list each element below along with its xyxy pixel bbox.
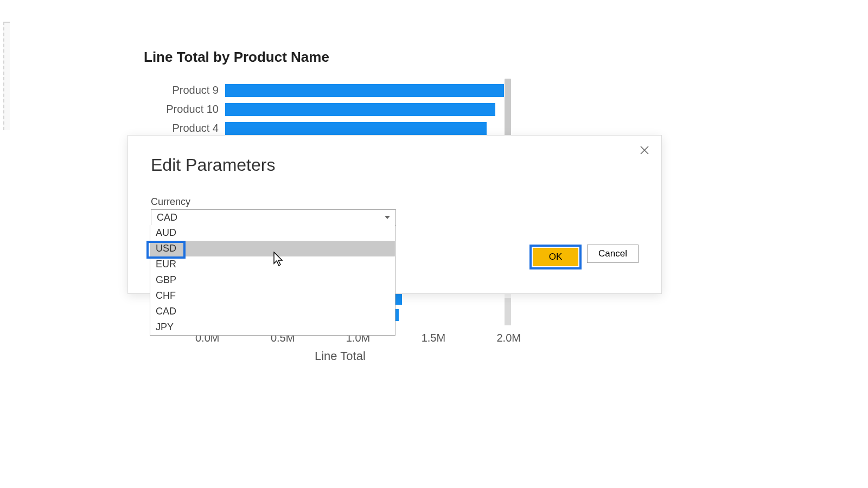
- ok-button[interactable]: OK: [533, 248, 578, 266]
- dropdown-option-jpy[interactable]: JPY: [150, 319, 395, 335]
- dropdown-option-aud[interactable]: AUD: [150, 225, 395, 241]
- bar-label: Product 4: [144, 122, 225, 134]
- scrollbar-track-end: [505, 298, 511, 325]
- ok-highlight: OK: [529, 245, 582, 269]
- dropdown-option-chf[interactable]: CHF: [150, 288, 395, 304]
- chart-plot-area: Product 9 Product 10 Product 4: [144, 81, 513, 138]
- chart-row: Product 10: [144, 100, 513, 119]
- dropdown-option-usd[interactable]: USD: [150, 241, 395, 256]
- close-icon[interactable]: [637, 143, 652, 157]
- currency-label: Currency: [151, 196, 190, 208]
- selection-handle: [3, 22, 10, 130]
- bar-chart: Line Total by Product Name Product 9 Pro…: [144, 49, 524, 138]
- currency-select[interactable]: CAD: [151, 209, 396, 226]
- bar[interactable]: [225, 122, 487, 135]
- dialog-button-row: OK Cancel: [529, 245, 639, 269]
- dropdown-option-gbp[interactable]: GBP: [150, 272, 395, 288]
- x-tick: 2.0M: [497, 332, 521, 344]
- x-axis-title: Line Total: [315, 349, 366, 363]
- currency-selected-value: CAD: [157, 212, 177, 223]
- bar[interactable]: [225, 84, 504, 97]
- chevron-down-icon: [385, 216, 390, 219]
- bar-label: Product 10: [144, 103, 225, 115]
- bar[interactable]: [225, 103, 495, 116]
- chart-row: Product 9: [144, 81, 513, 100]
- chart-title: Line Total by Product Name: [144, 49, 524, 66]
- dropdown-option-cad[interactable]: CAD: [150, 304, 395, 319]
- dialog-title: Edit Parameters: [151, 155, 275, 175]
- cancel-button[interactable]: Cancel: [587, 245, 639, 263]
- dropdown-option-eur[interactable]: EUR: [150, 256, 395, 272]
- currency-dropdown[interactable]: AUD USD EUR GBP CHF CAD JPY: [150, 225, 395, 336]
- bar-label: Product 9: [144, 84, 225, 97]
- x-tick: 1.5M: [422, 332, 445, 344]
